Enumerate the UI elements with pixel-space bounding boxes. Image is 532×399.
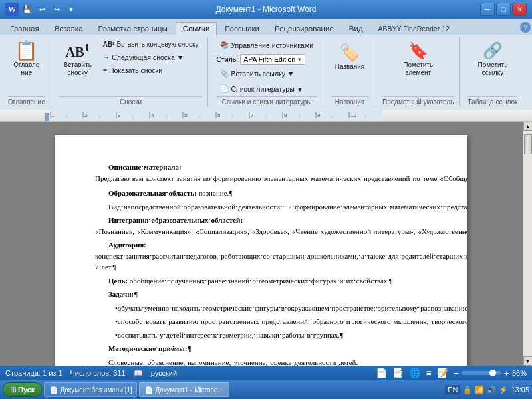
view-fullscreen-icon[interactable]: 📑 bbox=[392, 368, 404, 378]
status-words: Число слов: 311 bbox=[70, 369, 126, 377]
app-window: W 💾 ↩ ↪ ▼ Документ1 - Microsoft Word ─ □… bbox=[0, 0, 532, 399]
taskbar-right: EN 🔒 📶 🔊 ⚡ 13:05 bbox=[445, 385, 529, 394]
scrollbar-track bbox=[523, 131, 532, 356]
activity-text: Вид⋅непосредственной⋅образовательной⋅дея… bbox=[108, 203, 467, 211]
zoom-plus[interactable]: + bbox=[504, 368, 509, 378]
tab-view[interactable]: Вид bbox=[342, 22, 370, 35]
tab-layout[interactable]: Разметка страницы bbox=[91, 22, 175, 35]
insert-caption-button[interactable]: 🏷️ Названия bbox=[331, 39, 368, 76]
insert-endnote-button[interactable]: AB² Вставить концевую сноску bbox=[99, 39, 203, 50]
minimize-button[interactable]: ─ bbox=[480, 3, 495, 16]
area-text: познание.¶ bbox=[198, 189, 232, 197]
view-web-icon[interactable]: 🌐 bbox=[409, 368, 420, 378]
paragraph-task3: •воспитывать⋅у⋅детей⋅интерес⋅к⋅геометрии… bbox=[95, 330, 428, 341]
tab-abbyy[interactable]: ABBYY FineReader 12 bbox=[371, 22, 457, 35]
style-dropdown[interactable]: APA Fifth Edition ▼ bbox=[240, 54, 305, 65]
tray-icon-security: 🔒 bbox=[463, 386, 472, 394]
bibliography-button[interactable]: 📄 Список литературы ▼ bbox=[216, 82, 307, 95]
taskbar-window2-label: Документ1 - Microso... bbox=[155, 386, 223, 394]
show-notes-icon: ≡ bbox=[103, 66, 107, 74]
zoom-slider[interactable] bbox=[462, 371, 501, 375]
doc-text: Описание⋅материала: Предлагаю⋅вам⋅конспе… bbox=[95, 162, 428, 366]
tab-review[interactable]: Рецензирование bbox=[267, 22, 341, 35]
tab-insert[interactable]: Вставка bbox=[47, 22, 90, 35]
insert-citation-arrow: ▼ bbox=[287, 70, 294, 78]
area-bold: Образовательная⋅область: bbox=[108, 189, 197, 197]
undo-qat[interactable]: ↩ bbox=[36, 3, 48, 15]
next-fn-label: Следующая сноска ▼ bbox=[112, 53, 184, 61]
zoom-minus[interactable]: − bbox=[454, 368, 459, 378]
ruler-indent-left[interactable] bbox=[45, 113, 49, 121]
group-captions: 🏷️ Названия Названия bbox=[329, 37, 374, 107]
insert-citation-button[interactable]: 📎 Вставить ссылку ▼ bbox=[216, 67, 298, 80]
insert-footnote-button[interactable]: AB1 Вставить сноску bbox=[59, 39, 96, 80]
insert-citation-icon: 📎 bbox=[220, 69, 229, 78]
tab-mailings[interactable]: Рассылки bbox=[217, 22, 267, 35]
status-bar: Страница: 1 из 1 Число слов: 311 📖 русск… bbox=[0, 366, 532, 380]
redo-qat[interactable]: ↪ bbox=[51, 3, 63, 15]
group-citations-label: Ссылки и списки литературы bbox=[216, 96, 317, 106]
taskbar-window2[interactable]: 📄 Документ1 - Microso... bbox=[139, 382, 229, 397]
mark-entry-icon: 🔖 bbox=[408, 41, 428, 60]
paragraph-audience: Аудитория: конспект⋅занятия⋅рассчитан⋅пе… bbox=[95, 239, 428, 273]
group-captions-label: Названия bbox=[331, 96, 368, 106]
tray-icon-battery: ⚡ bbox=[499, 386, 508, 394]
next-footnote-button[interactable]: → Следующая сноска ▼ bbox=[99, 51, 203, 63]
scrollbar-thumb[interactable] bbox=[524, 134, 532, 154]
svg-text:9: 9 bbox=[317, 112, 321, 118]
scrollbar-vertical: ▲ ▼ bbox=[523, 122, 532, 366]
group-footnotes-content: AB1 Вставить сноску AB² Вставить концеву… bbox=[59, 39, 203, 95]
mark-entry-button[interactable]: 🔖 Пометить элемент bbox=[400, 39, 437, 80]
style-value: APA Fifth Edition bbox=[243, 55, 295, 63]
maximize-button[interactable]: □ bbox=[496, 3, 511, 16]
mark-citation-button[interactable]: 🔗 Пометить ссылку bbox=[474, 39, 511, 80]
taskbar: ⊞ Пуск 📄 Документ без имени [1]... 📄 Док… bbox=[0, 380, 532, 399]
integration-text: «Познание»,⋅«Коммуникация»,⋅«Социализаци… bbox=[95, 227, 467, 235]
status-language: русский bbox=[151, 369, 177, 377]
task3-text: воспитывать⋅у⋅детей⋅интерес⋅к⋅геометрии,… bbox=[118, 331, 343, 339]
taskbar-window1[interactable]: 📄 Документ без имени [1]... bbox=[44, 382, 137, 397]
status-right: 📄 📑 🌐 ≡ 📝 − + 86% bbox=[376, 368, 527, 378]
mark-citation-label: Пометить ссылку bbox=[477, 61, 509, 77]
paragraph-description: Описание⋅материала: Предлагаю⋅вам⋅конспе… bbox=[95, 162, 428, 184]
show-notes-button[interactable]: ≡ Показать сноски bbox=[99, 65, 203, 76]
view-normal-icon[interactable]: 📄 bbox=[376, 368, 387, 378]
status-page: Страница: 1 из 1 bbox=[5, 369, 63, 377]
scroll-down-button[interactable]: ▼ bbox=[523, 356, 533, 366]
group-citations: 📚 Управление источниками Стиль: APA Fift… bbox=[213, 37, 323, 107]
integration-bold: Интеграция⋅образовательных⋅областей: bbox=[108, 216, 243, 224]
zoom-thumb bbox=[489, 370, 496, 376]
tray-icon-network: 📶 bbox=[475, 386, 484, 394]
view-draft-icon[interactable]: 📝 bbox=[437, 368, 448, 378]
group-index-label: Предметный указатель bbox=[382, 96, 454, 106]
toc-button[interactable]: 📋 Оглавление bbox=[11, 39, 43, 80]
help-button[interactable]: ? bbox=[520, 22, 531, 33]
view-outline-icon[interactable]: ≡ bbox=[426, 368, 431, 378]
manage-sources-button[interactable]: 📚 Управление источниками bbox=[216, 39, 317, 51]
style-dropdown-arrow: ▼ bbox=[297, 57, 302, 63]
manage-sources-icon: 📚 bbox=[220, 41, 229, 49]
goal-bold: Цель: bbox=[108, 277, 128, 285]
paragraph-activity: Вид⋅непосредственной⋅образовательной⋅дея… bbox=[95, 201, 428, 213]
lang-indicator[interactable]: EN bbox=[445, 385, 460, 394]
word-taskbar-icon1: 📄 bbox=[50, 386, 58, 394]
tab-references[interactable]: Ссылки bbox=[176, 22, 217, 35]
start-button[interactable]: ⊞ Пуск bbox=[3, 382, 42, 397]
start-label: Пуск bbox=[18, 386, 35, 394]
endnote-icon: AB² bbox=[103, 41, 115, 48]
methods-bold: Методические⋅приёмы:¶ bbox=[108, 344, 191, 352]
qat-more[interactable]: ▼ bbox=[65, 3, 77, 15]
audience-bold: Аудитория: bbox=[108, 241, 146, 249]
close-button[interactable]: ✕ bbox=[512, 3, 527, 16]
tab-home[interactable]: Главная bbox=[3, 22, 47, 35]
ribbon-tabs: Главная Вставка Разметка страницы Ссылки… bbox=[0, 19, 532, 35]
zoom-value: 86% bbox=[512, 369, 527, 377]
scroll-up-button[interactable]: ▲ bbox=[523, 122, 533, 131]
tray-icon-sound[interactable]: 🔊 bbox=[487, 386, 496, 394]
svg-text:10: 10 bbox=[350, 112, 356, 118]
ribbon: Главная Вставка Разметка страницы Ссылки… bbox=[0, 19, 532, 110]
description-text: Предлагаю⋅вам⋅конспект⋅занятия⋅по⋅формир… bbox=[95, 174, 467, 182]
footnote-small-btns: AB² Вставить концевую сноску → Следующая… bbox=[99, 39, 203, 76]
svg-text:4: 4 bbox=[151, 112, 154, 118]
save-qat[interactable]: 💾 bbox=[21, 3, 33, 15]
